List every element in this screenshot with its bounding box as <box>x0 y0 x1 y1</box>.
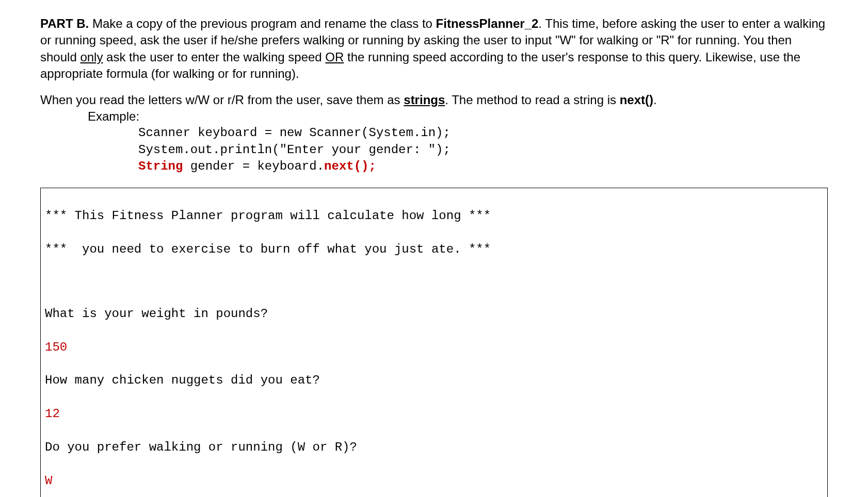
output-input-1: 150 <box>45 339 823 356</box>
code-line-3b: gender = keyboard. <box>183 159 324 173</box>
code-string-keyword: String <box>138 159 183 173</box>
output-input-2: 12 <box>45 406 823 422</box>
class-name: FitnessPlanner_2 <box>436 16 539 30</box>
output-line-4: How many chicken nuggets did you eat? <box>45 372 823 389</box>
or-underline: OR <box>325 50 344 64</box>
next-word: next() <box>620 93 653 107</box>
example-label: Example: <box>88 108 828 125</box>
output-line-2: *** you need to exercise to burn off wha… <box>45 241 823 258</box>
strings-word: strings <box>404 93 445 107</box>
output-blank-1 <box>45 274 823 289</box>
only-underline: only <box>80 50 103 64</box>
output-input-3: W <box>45 473 823 489</box>
code-line-1: Scanner keyboard = new Scanner(System.in… <box>138 125 828 141</box>
code-line-2: System.out.println("Enter your gender: "… <box>138 142 828 158</box>
output-line-3: What is your weight in pounds? <box>45 306 823 322</box>
part-label: PART B. <box>40 16 92 30</box>
para1-text1: Make a copy of the previous program and … <box>92 16 436 30</box>
paragraph-1: PART B. Make a copy of the previous prog… <box>40 15 828 82</box>
para2-text2: . The method to read a string is <box>445 93 619 107</box>
code-line-3: String gender = keyboard.next(); <box>138 158 828 175</box>
para2-text3: . <box>653 93 657 107</box>
output-box: *** This Fitness Planner program will ca… <box>40 188 828 497</box>
output-line-1: *** This Fitness Planner program will ca… <box>45 208 823 224</box>
code-next-call: next(); <box>324 159 376 173</box>
output-line-5: Do you prefer walking or running (W or R… <box>45 439 823 456</box>
para2-text1: When you read the letters w/W or r/R fro… <box>40 93 404 107</box>
para1-text3: ask the user to enter the walking speed <box>103 50 325 64</box>
paragraph-2: When you read the letters w/W or r/R fro… <box>40 92 828 175</box>
